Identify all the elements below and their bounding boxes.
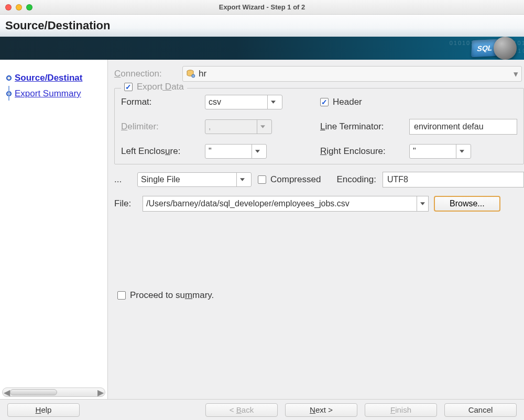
line-terminator-select[interactable]: environment defau: [409, 119, 517, 135]
wizard-step-source-destination[interactable]: Source/Destinat: [0, 70, 107, 86]
delimiter-select[interactable]: ,: [205, 119, 272, 134]
chevron-down-icon: [236, 173, 248, 186]
right-enclosure-select[interactable]: ": [409, 144, 471, 159]
wizard-footer: Help < Back Next > Finish Cancel: [0, 399, 524, 420]
connection-value: hr: [199, 69, 206, 79]
compressed-label: Compressed: [270, 174, 321, 185]
page-heading: Source/Destination: [0, 15, 524, 37]
chevron-down-icon: [456, 145, 467, 158]
close-window-button[interactable]: [5, 4, 12, 10]
compressed-checkbox[interactable]: [258, 175, 266, 184]
line-terminator-label: Line Terminator:: [320, 121, 409, 132]
output-mode-label: ...: [114, 174, 131, 185]
export-data-legend: Export Data: [121, 82, 187, 92]
browse-button[interactable]: Browse...: [434, 196, 500, 212]
left-enclosure-value: ": [209, 147, 212, 156]
file-label: File:: [114, 198, 137, 209]
chevron-down-icon: [417, 196, 428, 211]
minimize-window-button[interactable]: [16, 4, 22, 10]
right-enclosure-value: ": [413, 147, 416, 156]
wizard-step-link[interactable]: Export Summary: [15, 89, 81, 99]
scroll-right-arrow-icon[interactable]: ▶: [97, 389, 104, 395]
proceed-summary-checkbox[interactable]: [117, 291, 126, 300]
left-enclosure-label: Left Enclosure:: [121, 146, 205, 157]
banner-image: 01010101010101010101 10101010101010 SQL: [0, 37, 524, 60]
back-button[interactable]: < Back: [205, 403, 278, 417]
proceed-summary-label: Proceed to summary.: [130, 290, 214, 301]
window-controls: [5, 4, 32, 10]
chevron-down-icon: [267, 95, 279, 109]
chevron-down-icon: [257, 120, 268, 134]
left-enclosure-select[interactable]: ": [205, 144, 267, 159]
finish-button[interactable]: Finish: [365, 403, 437, 417]
chevron-down-icon: ▾: [514, 69, 518, 80]
maximize-window-button[interactable]: [26, 4, 32, 10]
connection-dropdown[interactable]: hr ▾: [182, 66, 522, 82]
scroll-left-arrow-icon[interactable]: ◀: [4, 389, 10, 395]
encoding-select[interactable]: UTF8: [383, 172, 524, 187]
line-terminator-value: environment defau: [414, 122, 484, 131]
output-mode-value: Single File: [141, 175, 180, 184]
right-enclosure-label: Right Enclosure:: [320, 146, 409, 157]
wizard-step-link[interactable]: Source/Destinat: [15, 73, 82, 83]
form-area: Connection: hr ▾ Export Data Format: csv: [108, 60, 524, 399]
export-data-checkbox[interactable]: [124, 83, 133, 91]
format-select[interactable]: csv: [205, 95, 282, 109]
sidebar-horizontal-scrollbar[interactable]: ◀ ▶: [2, 388, 105, 397]
step-connector: [8, 86, 9, 101]
format-value: csv: [209, 97, 221, 107]
wizard-steps-sidebar: Source/Destinat Export Summary ◀ ▶: [0, 60, 108, 399]
cancel-button[interactable]: Cancel: [444, 403, 517, 417]
delimiter-label: Delimiter:: [121, 121, 205, 132]
file-path-input[interactable]: /Users/barney/data/sql_developer/employe…: [143, 196, 429, 212]
step-bullet-icon: [6, 75, 12, 81]
titlebar: Export Wizard - Step 1 of 2: [0, 0, 524, 15]
scroll-track[interactable]: [10, 389, 97, 395]
proceed-summary-row: Proceed to summary.: [117, 290, 524, 301]
header-label: Header: [333, 97, 362, 107]
file-path-value: /Users/barney/data/sql_developer/employe…: [146, 199, 350, 208]
database-icon: [186, 69, 195, 79]
encoding-value: UTF8: [387, 175, 408, 184]
export-data-fieldset: Export Data Format: csv Header Delimiter…: [114, 88, 524, 164]
encoding-label: Encoding:: [336, 174, 376, 185]
header-checkbox[interactable]: [320, 98, 329, 106]
gear-icon: [494, 37, 517, 60]
connection-label: Connection:: [114, 69, 182, 79]
wizard-step-export-summary[interactable]: Export Summary: [0, 86, 107, 102]
header-checkbox-row: Header: [320, 97, 409, 107]
next-button[interactable]: Next >: [285, 403, 357, 417]
svg-point-1: [192, 74, 195, 78]
scroll-thumb[interactable]: [10, 389, 57, 395]
help-button[interactable]: Help: [7, 403, 80, 417]
format-label: Format:: [121, 97, 205, 107]
output-mode-select[interactable]: Single File: [137, 172, 252, 187]
chevron-down-icon: [252, 145, 263, 158]
window-title: Export Wizard - Step 1 of 2: [219, 3, 305, 11]
delimiter-value: ,: [209, 122, 211, 131]
